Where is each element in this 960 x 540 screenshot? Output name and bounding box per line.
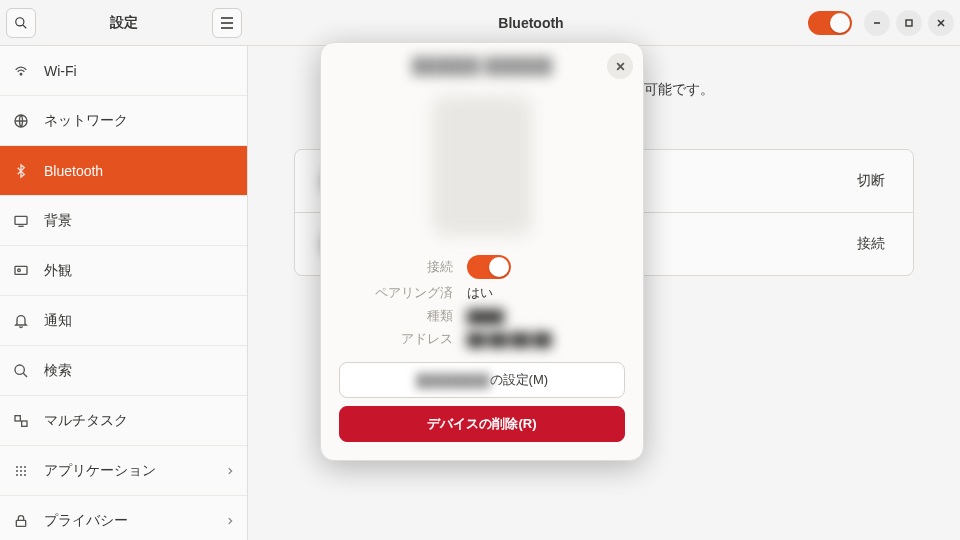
value-blurred: ██:██:██:██ — [467, 332, 552, 347]
label: 種類 — [339, 307, 453, 325]
value: はい — [467, 284, 493, 302]
kv-connect: 接続 — [339, 255, 625, 279]
kv-type: 種類 ████ — [339, 307, 625, 325]
device-settings-button[interactable]: ████████ の設定(M) — [339, 362, 625, 398]
label: 接続 — [339, 258, 453, 276]
label: デバイスの削除(R) — [427, 415, 536, 433]
kv-address: アドレス ██:██:██:██ — [339, 330, 625, 348]
value-blurred: ████ — [467, 309, 504, 324]
device-image — [422, 91, 542, 241]
device-dialog: ██████ ██████ 接続 ペアリング済 はい 種類 ████ アドレス … — [320, 42, 644, 461]
dialog-buttons: ████████ の設定(M) デバイスの削除(R) — [339, 362, 625, 442]
label: アドレス — [339, 330, 453, 348]
label-suffix: の設定(M) — [490, 371, 549, 389]
kv-paired: ペアリング済 はい — [339, 284, 625, 302]
dialog-body: 接続 ペアリング済 はい 種類 ████ アドレス ██:██:██:██ ██… — [321, 79, 643, 460]
remove-device-button[interactable]: デバイスの削除(R) — [339, 406, 625, 442]
device-connect-toggle[interactable] — [467, 255, 511, 279]
dialog-title: ██████ ██████ — [321, 57, 643, 75]
label: ペアリング済 — [339, 284, 453, 302]
